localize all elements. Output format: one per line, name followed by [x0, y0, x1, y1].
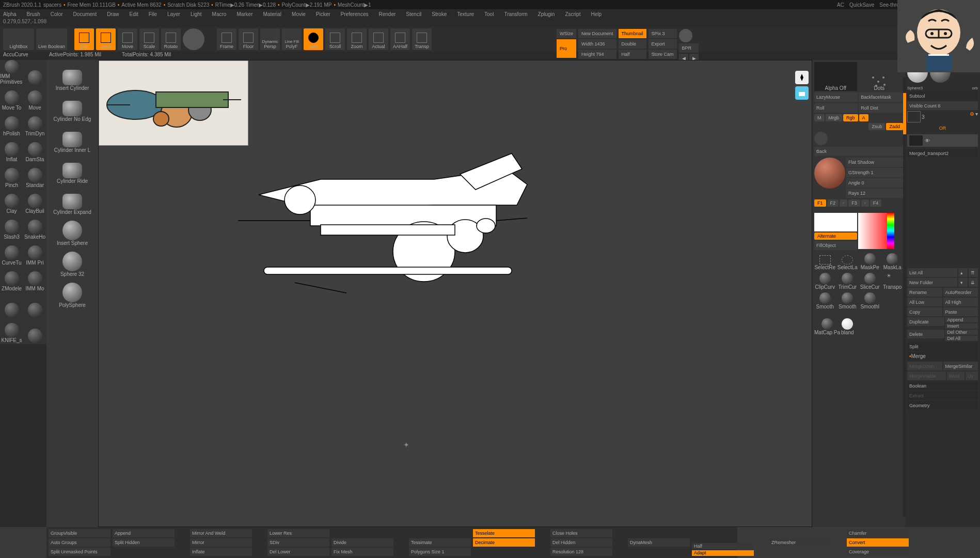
mergesimilar[interactable]: MergeSimilar	[943, 362, 978, 370]
pro-button[interactable]: Pro	[557, 39, 576, 58]
autoreorder[interactable]: AutoReorder	[943, 288, 978, 297]
insert-insert-sphere[interactable]: Insert Sphere	[49, 219, 96, 246]
rotate-button[interactable]: Rotate	[161, 28, 181, 50]
brush-slash3[interactable]: Slash3	[0, 215, 23, 241]
subtool-item[interactable]: 👁	[907, 134, 978, 147]
roll[interactable]: Roll	[814, 103, 858, 113]
angle[interactable]: Angle 0	[846, 178, 903, 188]
viewport[interactable]: ✦	[98, 60, 812, 527]
bottom-mirror-and-weld[interactable]: Mirror And Weld	[190, 529, 252, 537]
bottom-lower-res[interactable]: Lower Res	[267, 529, 329, 537]
bottom-half[interactable]: Half	[692, 543, 754, 549]
menu-material[interactable]: Material	[263, 11, 282, 17]
width[interactable]: Width 1436	[578, 39, 617, 49]
trimcurve[interactable]: TrimCur	[837, 271, 859, 290]
layer-icon[interactable]	[795, 86, 809, 100]
back-sphere[interactable]	[814, 132, 828, 145]
listall[interactable]: List All	[907, 268, 957, 277]
alternate-button[interactable]: Alternate	[814, 233, 857, 240]
weld[interactable]: Weld	[947, 371, 965, 380]
menu-stencil[interactable]: Stencil	[406, 11, 421, 17]
bottom-groupvisible[interactable]: GroupVisible	[49, 529, 110, 537]
pen-icon[interactable]	[795, 71, 809, 84]
bottom-convert[interactable]: Convert	[847, 538, 909, 547]
clipcurve[interactable]: ClipCurv	[814, 271, 836, 290]
brush-snakeho[interactable]: SnakeHo	[23, 215, 46, 241]
menu-texture[interactable]: Texture	[457, 11, 474, 17]
menu-help[interactable]: Help	[591, 11, 602, 17]
slicecurve[interactable]: SliceCur	[859, 271, 881, 290]
store-cam[interactable]: Store Cam	[649, 50, 677, 59]
transp-button[interactable]: Transp	[412, 28, 432, 50]
menu-layer[interactable]: Layer	[167, 11, 180, 17]
bottom-del-hidden[interactable]: Del Hidden	[550, 538, 612, 547]
lightbox-button[interactable]: LightBox	[3, 28, 34, 50]
brush-empty[interactable]	[0, 292, 23, 318]
menu-zplugin[interactable]: Zplugin	[538, 11, 555, 17]
brush-empty[interactable]	[23, 318, 46, 344]
bottom-coverage[interactable]: Coverage	[847, 548, 909, 556]
brush-standar[interactable]: Standar	[23, 163, 46, 189]
menu-render[interactable]: Render	[379, 11, 396, 17]
bottom-dynamesh[interactable]: DynaMesh	[628, 538, 690, 547]
menu-color[interactable]: Color	[51, 11, 63, 17]
material-ball[interactable]	[679, 29, 692, 42]
export[interactable]: Export	[649, 39, 677, 49]
brush-inflat[interactable]: Inflat	[0, 137, 23, 163]
brush-pinch[interactable]: Pinch	[0, 163, 23, 189]
visible-count[interactable]: Visible Count 8	[907, 101, 978, 110]
menu-tool[interactable]: Tool	[484, 11, 494, 17]
bottom-divide[interactable]: Divide	[331, 538, 393, 547]
menu-draw[interactable]: Draw	[107, 11, 119, 17]
insert-cylinder-ride[interactable]: Cylinder Ride	[49, 157, 96, 184]
bottom-adapt[interactable]: Adapt	[692, 550, 754, 556]
f4-button[interactable]: F4	[870, 199, 882, 207]
masklasso[interactable]: MaskLa	[882, 252, 904, 270]
ac[interactable]: AC	[837, 2, 844, 8]
append[interactable]: Append	[945, 317, 978, 322]
lazymouse[interactable]: LazyMouse	[814, 92, 858, 102]
menu-alpha[interactable]: Alpha	[3, 11, 17, 17]
paste[interactable]: Paste	[943, 307, 978, 316]
rename[interactable]: Rename	[907, 288, 942, 297]
insert-cylinder-inner-l[interactable]: Cylinder Inner L	[49, 126, 96, 153]
draw-button[interactable]: Draw	[96, 28, 116, 50]
floor-button[interactable]: Floor	[239, 28, 258, 50]
solo-button[interactable]: Solo	[304, 28, 323, 50]
scroll-button[interactable]: Scroll	[325, 28, 345, 50]
eye-icon[interactable]: 👁	[925, 138, 930, 144]
brush-knife_s[interactable]: KNIFE_s	[0, 318, 23, 344]
menu-file[interactable]: File	[149, 11, 157, 17]
bottom-close-holes[interactable]: Close Holes	[550, 529, 612, 537]
brush-imm-primitives[interactable]: IMM Primitives	[0, 60, 23, 86]
duplicate[interactable]: Duplicate	[907, 317, 944, 326]
zadd-button[interactable]: Zadd	[886, 123, 903, 130]
menu-document[interactable]: Document	[73, 11, 97, 17]
actual-button[interactable]: Actual	[369, 28, 388, 50]
vertical-slider[interactable]	[903, 78, 906, 517]
bottom-tesselate[interactable]: Tesselate	[473, 529, 535, 537]
brush-trimdyn[interactable]: TrimDyn	[23, 112, 46, 137]
liveboolean-button[interactable]: Live Boolean	[36, 28, 67, 50]
boolean-header[interactable]: Boolean	[907, 381, 978, 390]
delother[interactable]: Del Other	[945, 330, 978, 335]
maskpen[interactable]: MaskPe	[859, 252, 881, 270]
bottom-split-unmasked-points[interactable]: Split Unmasked Points	[49, 548, 110, 556]
aahalf-button[interactable]: AAHalf	[390, 28, 410, 50]
newfolder[interactable]: New Folder	[907, 278, 957, 287]
mergevisible[interactable]: MergeVisible	[907, 371, 946, 380]
brush-imm-mo[interactable]: IMM Mo	[23, 267, 46, 292]
selectrect[interactable]: SelectRe	[814, 252, 836, 270]
down-icon[interactable]: ▾	[958, 278, 968, 287]
brush-empty[interactable]	[23, 60, 46, 86]
matcap[interactable]: MatCap Pa	[814, 317, 840, 335]
material-preview[interactable]	[814, 158, 845, 189]
transpose[interactable]: ☀Transpo	[882, 271, 904, 290]
split-header[interactable]: Split	[907, 342, 978, 351]
double[interactable]: Double	[619, 39, 646, 49]
allhigh[interactable]: All High	[943, 298, 978, 306]
bottom-fix-mesh[interactable]: Fix Mesh	[331, 548, 393, 556]
rolldist[interactable]: Roll Dist	[859, 103, 902, 113]
bottom-split-hidden[interactable]: Split Hidden	[113, 538, 175, 547]
menu-stroke[interactable]: Stroke	[432, 11, 447, 17]
